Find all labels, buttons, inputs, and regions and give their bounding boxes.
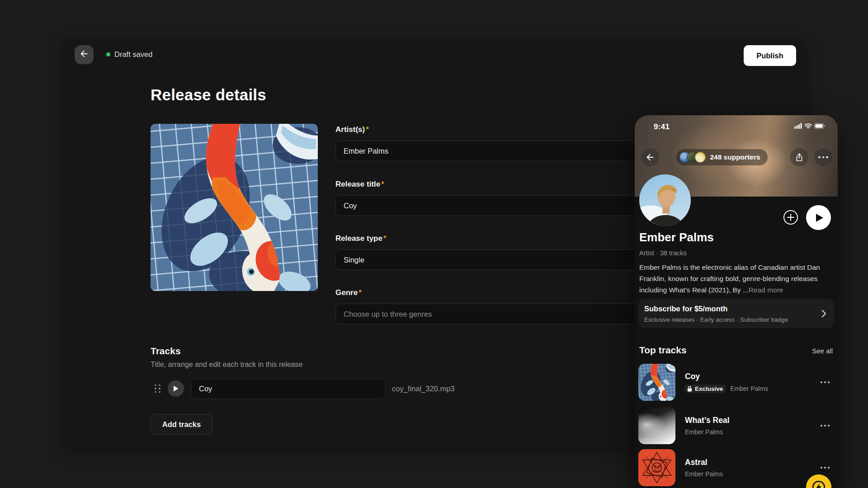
genre-label: Genre*: [335, 288, 639, 298]
field-release-type: Release type*: [335, 234, 639, 270]
chevron-right-icon: [819, 308, 829, 321]
saved-dot-icon: [106, 52, 110, 56]
track-art-astral: [638, 449, 675, 486]
draft-status: Draft saved: [106, 50, 152, 59]
track-artist: Ember Palms: [730, 385, 768, 392]
cover-art[interactable]: [151, 124, 318, 291]
supporters-pill[interactable]: 248 supporters: [676, 149, 767, 165]
profile-play-button[interactable]: [806, 205, 831, 230]
play-icon: [173, 385, 179, 392]
required-mark: *: [383, 234, 387, 243]
track-art-whats-real: [638, 407, 675, 444]
track-options-button[interactable]: [821, 425, 830, 427]
track-art-coy: [638, 364, 675, 401]
koi-artwork: [151, 124, 318, 291]
add-tracks-button[interactable]: Add tracks: [151, 414, 212, 435]
status-icons: [794, 123, 825, 131]
track-options-button[interactable]: [821, 467, 830, 469]
arrow-left-icon: [645, 152, 655, 162]
track-name-input[interactable]: [191, 379, 386, 399]
top-track-row-whats-real[interactable]: What’s Real Ember Palms: [638, 407, 834, 445]
artist-name: Ember Palms: [639, 230, 714, 244]
page-title: Release details: [151, 86, 266, 104]
track-artist: Ember Palms: [685, 470, 723, 478]
phone-preview: 9:41: [635, 115, 838, 488]
phone-nav-bar: 248 supporters: [641, 148, 832, 166]
back-button[interactable]: [75, 45, 94, 64]
artist-label: Artist(s)*: [335, 125, 639, 135]
publish-button[interactable]: Publish: [744, 45, 796, 66]
lightning-bolt-icon: [810, 479, 827, 488]
track-info: Astral Ember Palms: [685, 458, 821, 478]
artist-bio: Ember Palms is the electronic alias of C…: [639, 262, 828, 296]
see-all-link[interactable]: See all: [812, 347, 833, 355]
field-release-title: Release title*: [335, 179, 639, 216]
release-type-input[interactable]: [335, 249, 639, 270]
nav-actions: [790, 148, 832, 166]
track-title: Astral: [685, 458, 821, 467]
top-tracks-title: Top tracks: [639, 345, 687, 356]
artist-input[interactable]: [335, 141, 639, 161]
phone-status-bar: 9:41: [635, 122, 838, 131]
track-info: What’s Real Ember Palms: [685, 416, 821, 436]
track-title: What’s Real: [685, 416, 821, 425]
track-play-button[interactable]: [168, 380, 184, 397]
top-track-row-coy[interactable]: Coy Exclusive Ember Palms: [638, 363, 834, 401]
required-mark: *: [359, 288, 362, 297]
track-title: Coy: [685, 372, 821, 381]
subscribe-title: Subscribe for $5/month: [644, 305, 727, 313]
tracks-section-subtitle: Title, arrange and edit each track in th…: [151, 361, 302, 369]
subscribe-benefits: Exclusive releases · Early access · Subs…: [644, 316, 788, 323]
read-more-link[interactable]: Read more: [749, 286, 783, 294]
track-row: coy_final_320.mp3: [154, 378, 455, 399]
artist-avatar[interactable]: [639, 174, 691, 226]
required-mark: *: [366, 125, 369, 134]
track-options-button[interactable]: [821, 381, 830, 383]
release-type-label: Release type*: [335, 234, 639, 244]
ellipsis-icon: [818, 156, 828, 159]
supporters-count: 248 supporters: [710, 153, 760, 161]
subscribe-card[interactable]: Subscribe for $5/month Exclusive release…: [638, 299, 834, 328]
draft-status-text: Draft saved: [114, 50, 152, 59]
track-artist: Ember Palms: [685, 428, 723, 436]
field-artist: Artist(s)*: [335, 125, 639, 161]
artist-meta: Artist · 38 tracks: [639, 249, 687, 257]
signal-icon: [794, 123, 802, 129]
track-filename: coy_final_320.mp3: [392, 385, 455, 393]
follow-plus-button[interactable]: [783, 210, 798, 225]
lock-icon: [687, 386, 692, 392]
field-genre: Genre*: [335, 288, 639, 324]
more-options-button[interactable]: [814, 148, 832, 166]
drag-handle-icon[interactable]: [155, 385, 160, 393]
exclusive-badge: Exclusive: [685, 385, 726, 393]
top-track-row-astral[interactable]: Astral Ember Palms: [638, 449, 834, 487]
arrow-left-icon: [79, 49, 89, 61]
plus-circle-icon: [783, 210, 798, 225]
share-icon: [794, 152, 804, 162]
tracks-section-title: Tracks: [151, 346, 181, 357]
top-tracks-header: Top tracks See all: [639, 345, 833, 356]
phone-back-button[interactable]: [641, 148, 659, 166]
share-button[interactable]: [790, 148, 808, 166]
status-time: 9:41: [654, 122, 670, 131]
track-info: Coy Exclusive Ember Palms: [685, 372, 821, 393]
play-icon: [816, 213, 824, 222]
supporter-avatar: [695, 152, 706, 163]
release-title-label: Release title*: [335, 179, 639, 189]
release-title-input[interactable]: [335, 195, 639, 216]
genre-input[interactable]: [335, 304, 639, 324]
battery-icon: [815, 123, 826, 129]
required-mark: *: [381, 180, 384, 188]
supporter-avatars: [679, 152, 706, 163]
wifi-icon: [805, 124, 812, 128]
